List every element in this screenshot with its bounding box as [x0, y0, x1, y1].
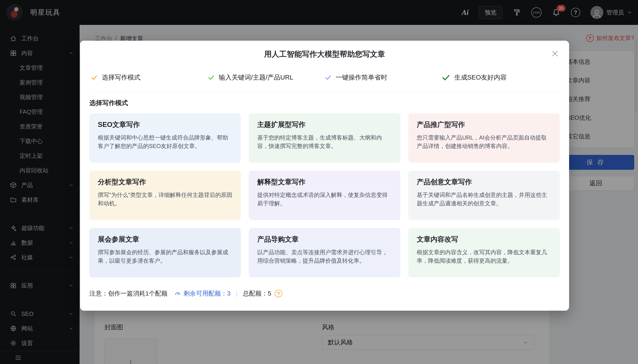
card-description: 您只需要输入产品URL，AI会分析产品页面自动提取产品详情，创建推动销售的博客内…	[417, 133, 551, 150]
step-one-click: 一键操作简单省时	[325, 73, 441, 82]
card-seo-writing[interactable]: SEO文章写作 根据关键词和中心思想一键生成符合品牌形象、帮助客户了解您的产品的…	[89, 113, 241, 163]
card-product-guide[interactable]: 产品导购文章 以产品功能、卖点等连接用户需求并进行心理引导，用综合营销策略，提升…	[249, 228, 400, 277]
step-choose-mode: 选择写作模式	[91, 73, 208, 82]
card-title: 主题扩展型写作	[257, 120, 392, 129]
card-description: 根据关键词和中心思想一键生成符合品牌形象、帮助客户了解您的产品的SEO友好原创文…	[98, 133, 232, 150]
card-content-rewrite[interactable]: 文章内容改写 根据文章的内容含义，改写其内容，降低文本重复几率，降低阅读难度，获…	[408, 228, 560, 277]
card-product-promotion[interactable]: 产品推广型写作 您只需要输入产品URL，AI会分析产品页面自动提取产品详情，创建…	[408, 113, 560, 163]
choose-mode-section-title: 选择写作模式	[89, 99, 560, 108]
footer-divider: |	[236, 290, 237, 297]
card-description: 根据文章的内容含义，改写其内容，降低文本重复几率，降低阅读难度，获得更高的流量。	[417, 248, 551, 265]
card-exhibition-article[interactable]: 展会参展文章 撰写参加展会的经历、参展的产品和服务以及参展成果，以吸引更多潜在客…	[89, 228, 241, 277]
modal-title: 用人工智能写作大模型帮助您写文章	[89, 49, 560, 59]
quota-remaining-label: 剩余可用配额：3	[184, 289, 231, 298]
ai-writing-modal: 用人工智能写作大模型帮助您写文章 选择写作模式 输入关键词/主题/产品URL 一…	[80, 41, 569, 311]
card-title: 分析型文章写作	[98, 177, 232, 187]
step-seo-content: 生成SEO友好内容	[441, 73, 558, 82]
quota-note: 注意：创作一篇消耗1个配额	[89, 289, 168, 298]
step-input-keywords: 输入关键词/主题/产品URL	[208, 73, 325, 82]
check-icon	[208, 74, 215, 81]
step-label: 选择写作模式	[102, 73, 141, 82]
check-icon	[441, 73, 450, 82]
quota-help-icon[interactable]: ?	[275, 290, 282, 297]
check-icon	[91, 74, 98, 81]
quota-remaining: 剩余可用配额：3	[174, 289, 231, 298]
quota-gauge-icon	[174, 290, 181, 297]
card-title: 展会参展文章	[98, 235, 232, 244]
writing-mode-cards: SEO文章写作 根据关键词和中心思想一键生成符合品牌形象、帮助客户了解您的产品的…	[89, 113, 560, 277]
card-title: SEO文章写作	[98, 120, 232, 129]
step-label: 生成SEO友好内容	[454, 73, 507, 82]
card-title: 产品推广型写作	[417, 120, 551, 129]
card-description: 基于关键词和产品名称生成创意的主题，并用这些主题生成产品週邊相关的创意文章。	[417, 191, 551, 208]
card-title: 产品导购文章	[257, 235, 392, 244]
card-explanatory-writing[interactable]: 解释型文章写作 提供对特定概念或术语的深入解释，使复杂信息变得易于理解。	[249, 171, 400, 220]
step-label: 一键操作简单省时	[336, 73, 387, 82]
step-label: 输入关键词/主题/产品URL	[219, 73, 293, 82]
card-product-creative[interactable]: 产品创意文章写作 基于关键词和产品名称生成创意的主题，并用这些主题生成产品週邊相…	[408, 171, 560, 220]
card-description: 撰写参加展会的经历、参展的产品和服务以及参展成果，以吸引更多潜在客户。	[98, 248, 232, 265]
check-icon	[325, 74, 332, 81]
card-title: 文章内容改写	[417, 235, 551, 244]
card-title: 解释型文章写作	[257, 177, 392, 187]
card-description: 提供对特定概念或术语的深入解释，使复杂信息变得易于理解。	[257, 191, 392, 208]
close-icon[interactable]	[551, 50, 559, 58]
quota-footer: 注意：创作一篇消耗1个配额 剩余可用配额：3 | 总配额：5 ?	[89, 289, 560, 298]
card-description: 以产品功能、卖点等连接用户需求并进行心理引导，用综合营销策略，提升品牌价值及转化…	[257, 248, 392, 265]
card-description: 撰写"为什么"类型文章，详细解释任何主题背后的原因和动机。	[98, 191, 232, 208]
card-description: 基于您的特定博客主题，生成博客标题、大纲和内容，快速撰写完整的博客文章。	[257, 133, 392, 150]
card-analytical-writing[interactable]: 分析型文章写作 撰写"为什么"类型文章，详细解释任何主题背后的原因和动机。	[89, 171, 241, 220]
quota-total-label: 总配额：5	[243, 289, 271, 298]
modal-steps: 选择写作模式 输入关键词/主题/产品URL 一键操作简单省时 生成SEO友好内容	[89, 73, 560, 92]
card-title: 产品创意文章写作	[417, 177, 551, 187]
card-topic-expansion[interactable]: 主题扩展型写作 基于您的特定博客主题，生成博客标题、大纲和内容，快速撰写完整的博…	[249, 113, 400, 163]
